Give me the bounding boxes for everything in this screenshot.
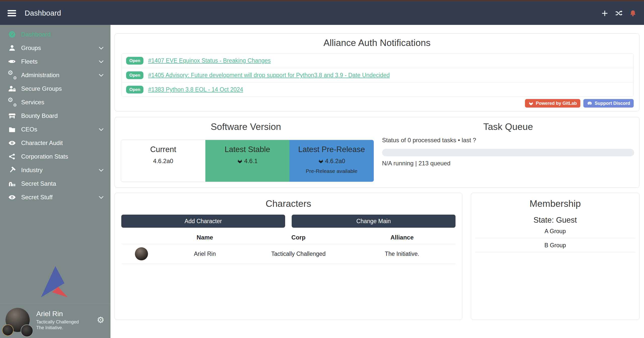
alliance-auth-logo bbox=[0, 266, 110, 298]
eye-icon bbox=[7, 139, 17, 147]
badge-label: Support Discord bbox=[595, 101, 630, 106]
version-number: 4.6.2a0 bbox=[325, 158, 345, 165]
sidebar-item-administration[interactable]: ⚙⚙ Administration bbox=[0, 68, 110, 82]
sidebar-item-label: Fleets bbox=[21, 58, 37, 65]
chevron-down-icon bbox=[98, 58, 104, 65]
software-version-title: Software Version bbox=[115, 122, 377, 132]
chevron-down-icon bbox=[98, 45, 104, 51]
version-heading: Latest Stable bbox=[205, 145, 290, 154]
change-main-button[interactable]: Change Main bbox=[292, 215, 456, 228]
version-heading: Latest Pre-Release bbox=[289, 145, 374, 154]
add-character-button[interactable]: Add Character bbox=[121, 215, 285, 228]
gears-icon: ⚙⚙ bbox=[7, 71, 17, 80]
chevron-down-icon bbox=[98, 72, 104, 78]
sidebar-item-secure-groups[interactable]: Secure Groups bbox=[0, 82, 110, 95]
task-queue-title: Task Queue bbox=[377, 122, 639, 132]
shuffle-icon[interactable] bbox=[615, 9, 623, 17]
software-taskqueue-card: Software Version Current 4.6.2a0 Latest … bbox=[115, 117, 639, 188]
list-item: Open #1405 Advisory: Future development … bbox=[122, 68, 633, 82]
notification-link[interactable]: #1405 Advisory: Future development will … bbox=[148, 72, 390, 79]
sidebar-item-services[interactable]: ⚙⚙ Services bbox=[0, 95, 110, 109]
characters-title: Characters bbox=[115, 199, 462, 209]
notifications-list: Open #1407 EVE Equinox Status - Breaking… bbox=[121, 53, 634, 97]
plus-icon[interactable] bbox=[601, 9, 609, 17]
gauge-icon bbox=[7, 30, 17, 38]
sidebar-item-dashboard[interactable]: Dashboard bbox=[0, 28, 110, 41]
chevron-down-icon bbox=[98, 194, 104, 201]
sidebar-item-label: Secret Santa bbox=[21, 180, 56, 187]
version-cell-current: Current 4.6.2a0 bbox=[121, 140, 205, 182]
list-item: A Group bbox=[475, 224, 635, 238]
folder-icon bbox=[7, 126, 17, 133]
notification-link[interactable]: #1383 Python 3.8 EOL - 14 Oct 2024 bbox=[148, 86, 243, 93]
column-header-alliance: Alliance bbox=[349, 234, 456, 241]
powered-by-gitlab-badge[interactable]: Powered by GitLab bbox=[525, 99, 580, 108]
character-alliance: The Initiative. bbox=[349, 251, 456, 257]
character-corp: Tactically Challenged bbox=[248, 251, 349, 257]
notification-link[interactable]: #1407 EVE Equinox Status - Breaking Chan… bbox=[148, 57, 271, 64]
sidebar-item-industry[interactable]: Industry bbox=[0, 163, 110, 177]
membership-card: Membership State: Guest A Group B Group bbox=[471, 193, 639, 320]
version-grid: Current 4.6.2a0 Latest Stable 4.6.1 Late… bbox=[121, 140, 374, 182]
page-title: Dashboard bbox=[25, 9, 61, 17]
membership-groups-list: A Group B Group bbox=[475, 224, 635, 252]
shop-icon bbox=[7, 112, 17, 120]
corp-logo-badge bbox=[2, 324, 14, 336]
version-heading: Current bbox=[121, 145, 205, 154]
version-cell-prerelease: Latest Pre-Release 4.6.2a0 Pre-Release a… bbox=[289, 140, 374, 182]
support-discord-badge[interactable]: Support Discord bbox=[583, 99, 634, 108]
gears-icon: ⚙⚙ bbox=[7, 98, 17, 107]
user-name: Ariel Rin bbox=[36, 309, 79, 318]
sidebar-item-label: Industry bbox=[21, 167, 43, 174]
task-queue-counts: N/A running | 213 queued bbox=[382, 160, 450, 167]
user-corp: Tactically Challenged bbox=[36, 319, 79, 325]
user-alliance: The Initiative. bbox=[36, 325, 79, 331]
chevron-down-icon bbox=[98, 126, 104, 133]
sidebar-item-bounty-board[interactable]: Bounty Board bbox=[0, 109, 110, 123]
user-icon bbox=[7, 44, 17, 52]
sidebar-item-corporation-stats[interactable]: Corporation Stats bbox=[0, 150, 110, 163]
sidebar-item-label: Bounty Board bbox=[21, 112, 58, 119]
software-version-section: Software Version Current 4.6.2a0 Latest … bbox=[115, 117, 377, 187]
gitlab-icon bbox=[237, 158, 243, 164]
gear-icon[interactable]: ⚙ bbox=[97, 316, 104, 324]
notifications-title: Alliance Auth Notifications bbox=[115, 38, 639, 48]
user-panel: Ariel Rin Tactically Challenged The Init… bbox=[0, 304, 110, 336]
task-queue-status: Status of 0 processed tasks • last ? bbox=[382, 137, 476, 144]
sidebar-item-groups[interactable]: Groups bbox=[0, 41, 110, 55]
hammer-icon bbox=[7, 166, 17, 174]
gitlab-icon bbox=[528, 101, 534, 106]
task-queue-section: Task Queue Status of 0 processed tasks •… bbox=[377, 117, 639, 187]
sidebar-item-label: Services bbox=[21, 99, 44, 106]
badge-label: Powered by GitLab bbox=[536, 101, 577, 106]
sidebar-item-secret-stuff[interactable]: Secret Stuff bbox=[0, 190, 110, 204]
sidebar-item-label: Groups bbox=[21, 44, 41, 52]
status-badge: Open bbox=[126, 57, 143, 65]
share-icon bbox=[7, 153, 17, 160]
hamburger-menu-icon[interactable] bbox=[8, 9, 16, 18]
membership-state: State: Guest bbox=[471, 216, 639, 225]
sidebar-item-label: Dashboard bbox=[21, 31, 51, 38]
list-item: Open #1407 EVE Equinox Status - Breaking… bbox=[122, 54, 633, 68]
list-item: B Group bbox=[475, 238, 635, 252]
gitlab-icon bbox=[318, 158, 324, 164]
sidebar-item-fleets[interactable]: Fleets bbox=[0, 55, 110, 68]
sidebar-item-secret-santa[interactable]: Secret Santa bbox=[0, 177, 110, 190]
status-badge: Open bbox=[126, 71, 143, 79]
list-item: Open #1383 Python 3.8 EOL - 14 Oct 2024 bbox=[122, 82, 633, 96]
chevron-down-icon bbox=[98, 167, 104, 173]
bell-icon[interactable] bbox=[629, 9, 637, 17]
sidebar-item-label: Character Audit bbox=[21, 139, 63, 147]
character-portrait bbox=[135, 247, 148, 260]
user-avatar bbox=[6, 308, 30, 332]
top-navbar: Dashboard bbox=[0, 2, 644, 25]
sidebar-item-ceos[interactable]: CEOs bbox=[0, 123, 110, 136]
sidebar-item-label: Secure Groups bbox=[21, 85, 62, 92]
sidebar: Dashboard Groups Fleets bbox=[0, 25, 110, 338]
membership-title: Membership bbox=[471, 199, 639, 209]
task-queue-progressbar bbox=[382, 149, 634, 156]
sidebar-item-character-audit[interactable]: Character Audit bbox=[0, 136, 110, 150]
version-cell-stable: Latest Stable 4.6.1 bbox=[205, 140, 290, 182]
alliance-logo-badge bbox=[21, 324, 33, 337]
version-number: 4.6.2a0 bbox=[153, 158, 173, 165]
